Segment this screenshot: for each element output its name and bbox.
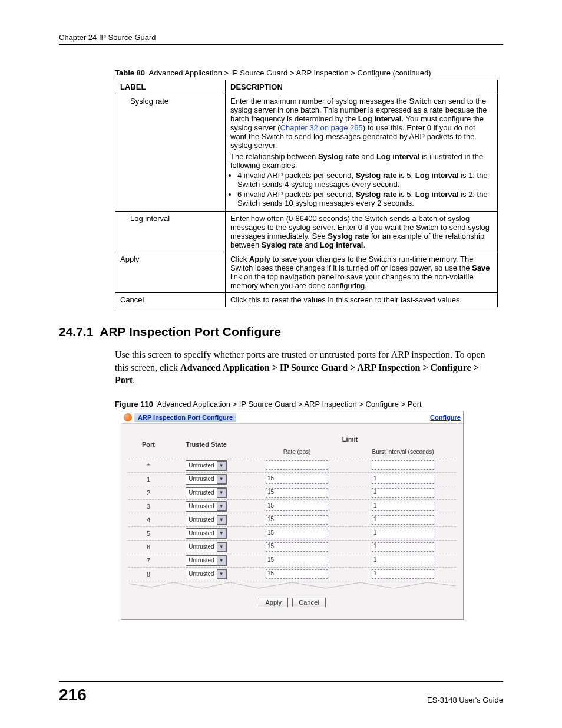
rate-input[interactable]: 15 bbox=[266, 515, 328, 525]
trusted-select[interactable]: Untrusted▼ bbox=[186, 569, 226, 579]
torn-edge bbox=[128, 581, 456, 589]
chevron-down-icon: ▼ bbox=[217, 488, 226, 498]
rate-input[interactable]: 15 bbox=[266, 475, 328, 484]
chevron-down-icon: ▼ bbox=[217, 542, 226, 552]
page-number: 216 bbox=[59, 686, 87, 704]
guide-name: ES-3148 User's Guide bbox=[427, 696, 503, 704]
burst-input[interactable]: 1 bbox=[372, 529, 434, 538]
row-cancel: Cancel Click this to reset the values in… bbox=[115, 293, 498, 307]
rate-input[interactable]: 15 bbox=[266, 488, 328, 498]
trusted-select[interactable]: Untrusted▼ bbox=[186, 460, 226, 471]
trusted-cell: Untrusted▼ bbox=[168, 540, 244, 554]
trusted-select[interactable]: Untrusted▼ bbox=[186, 501, 226, 512]
burst-input[interactable]: 1 bbox=[372, 542, 434, 552]
desc-syslog-rate: Enter the maximum number of syslog messa… bbox=[226, 94, 498, 212]
panel-title: ARP Inspection Port Configure bbox=[134, 413, 236, 422]
burst-input[interactable]: 1 bbox=[372, 475, 434, 484]
chevron-down-icon: ▼ bbox=[217, 569, 226, 579]
list-item: 6 invalid ARP packets per second, Syslog… bbox=[237, 190, 492, 207]
chapter-header: Chapter 24 IP Source Guard bbox=[59, 33, 156, 42]
rate-cell bbox=[244, 459, 350, 472]
chevron-down-icon: ▼ bbox=[217, 515, 226, 525]
port-cell: 7 bbox=[128, 554, 168, 567]
chevron-down-icon: ▼ bbox=[217, 556, 226, 565]
rate-cell: 15 bbox=[244, 554, 350, 567]
port-cell: 1 bbox=[128, 472, 168, 486]
rate-cell: 15 bbox=[244, 472, 350, 486]
cancel-button[interactable]: Cancel bbox=[292, 598, 325, 607]
chevron-down-icon: ▼ bbox=[217, 461, 226, 470]
apply-button[interactable]: Apply bbox=[259, 598, 288, 607]
list-item: 4 invalid ARP packets per second, Syslog… bbox=[237, 171, 492, 189]
burst-cell: 1 bbox=[350, 499, 456, 513]
trusted-cell: Untrusted▼ bbox=[168, 526, 244, 540]
figure-caption: Figure 110 Advanced Application > IP Sou… bbox=[115, 400, 503, 409]
burst-input[interactable]: 1 bbox=[372, 569, 434, 579]
trusted-cell: Untrusted▼ bbox=[168, 499, 244, 513]
th-burst: Burst interval (seconds) bbox=[350, 447, 456, 459]
rate-cell: 15 bbox=[244, 486, 350, 499]
burst-input[interactable] bbox=[372, 460, 434, 470]
port-cell: * bbox=[128, 459, 168, 472]
label-syslog-rate: Syslog rate bbox=[115, 94, 226, 212]
burst-input[interactable]: 1 bbox=[372, 515, 434, 525]
th-label: LABEL bbox=[115, 80, 226, 94]
logo-icon bbox=[124, 413, 132, 421]
table-row: 5Untrusted▼151 bbox=[128, 526, 456, 540]
section-body: Use this screen to specify whether ports… bbox=[115, 348, 497, 387]
trusted-cell: Untrusted▼ bbox=[168, 472, 244, 486]
row-syslog-rate: Syslog rate Enter the maximum number of … bbox=[115, 94, 498, 212]
rate-cell: 15 bbox=[244, 499, 350, 513]
rate-cell: 15 bbox=[244, 526, 350, 540]
table-row: 6Untrusted▼151 bbox=[128, 540, 456, 554]
chapter-link[interactable]: Chapter 32 on page 265 bbox=[280, 123, 363, 132]
desc-cancel: Click this to reset the values in this s… bbox=[226, 293, 498, 307]
trusted-select[interactable]: Untrusted▼ bbox=[186, 487, 226, 498]
burst-cell: 1 bbox=[350, 486, 456, 499]
trusted-cell: Untrusted▼ bbox=[168, 554, 244, 567]
desc-apply: Click Apply to save your changes to the … bbox=[226, 252, 498, 293]
table-row: 1Untrusted▼151 bbox=[128, 472, 456, 486]
figure-screenshot: ARP Inspection Port Configure Configure … bbox=[121, 411, 464, 620]
trusted-select[interactable]: Untrusted▼ bbox=[186, 474, 226, 485]
table-row: 2Untrusted▼151 bbox=[128, 486, 456, 499]
burst-input[interactable]: 1 bbox=[372, 502, 434, 511]
chevron-down-icon: ▼ bbox=[217, 529, 226, 538]
burst-cell: 1 bbox=[350, 540, 456, 554]
trusted-cell: Untrusted▼ bbox=[168, 486, 244, 499]
rate-input[interactable]: 15 bbox=[266, 502, 328, 511]
rate-input[interactable] bbox=[266, 460, 328, 470]
config-table: LABEL DESCRIPTION Syslog rate Enter the … bbox=[115, 80, 498, 307]
burst-cell bbox=[350, 459, 456, 472]
label-apply: Apply bbox=[115, 252, 226, 293]
trusted-select[interactable]: Untrusted▼ bbox=[186, 515, 226, 525]
desc-log-interval: Enter how often (0-86400 seconds) the Sw… bbox=[226, 212, 498, 252]
port-cell: 4 bbox=[128, 513, 168, 526]
table-row: 7Untrusted▼151 bbox=[128, 554, 456, 567]
burst-input[interactable]: 1 bbox=[372, 556, 434, 565]
chevron-down-icon: ▼ bbox=[217, 475, 226, 484]
table-row: *Untrusted▼ bbox=[128, 459, 456, 472]
chevron-down-icon: ▼ bbox=[217, 502, 226, 511]
th-trusted: Trusted State bbox=[168, 433, 244, 459]
th-port: Port bbox=[128, 433, 168, 459]
burst-input[interactable]: 1 bbox=[372, 488, 434, 498]
trusted-select[interactable]: Untrusted▼ bbox=[186, 528, 226, 539]
port-cell: 5 bbox=[128, 526, 168, 540]
trusted-cell: Untrusted▼ bbox=[168, 513, 244, 526]
label-log-interval: Log interval bbox=[115, 212, 226, 252]
rate-input[interactable]: 15 bbox=[266, 529, 328, 538]
trusted-select[interactable]: Untrusted▼ bbox=[186, 555, 226, 566]
rate-input[interactable]: 15 bbox=[266, 542, 328, 552]
burst-cell: 1 bbox=[350, 513, 456, 526]
table-caption: Table 80 Advanced Application > IP Sourc… bbox=[115, 68, 503, 77]
configure-link[interactable]: Configure bbox=[430, 414, 461, 421]
port-cell: 2 bbox=[128, 486, 168, 499]
row-apply: Apply Click Apply to save your changes t… bbox=[115, 252, 498, 293]
trusted-select[interactable]: Untrusted▼ bbox=[186, 542, 226, 552]
rate-input[interactable]: 15 bbox=[266, 569, 328, 579]
row-log-interval: Log interval Enter how often (0-86400 se… bbox=[115, 212, 498, 252]
rate-input[interactable]: 15 bbox=[266, 556, 328, 565]
th-limit: Limit bbox=[244, 433, 456, 447]
port-cell: 3 bbox=[128, 499, 168, 513]
